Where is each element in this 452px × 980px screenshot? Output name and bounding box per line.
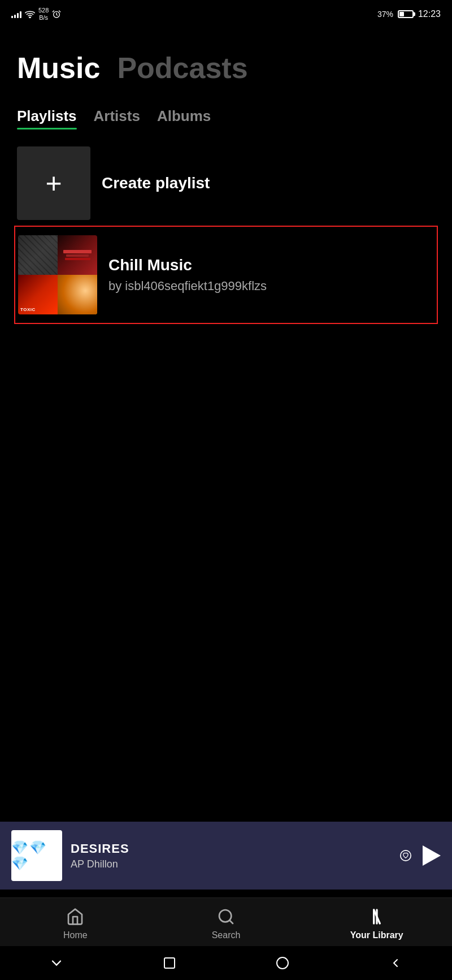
subtab-playlists[interactable]: Playlists: [17, 107, 77, 129]
playlist-name: Chill Music: [108, 256, 434, 274]
search-icon: [216, 906, 236, 927]
subtab-artists[interactable]: Artists: [94, 107, 140, 129]
bottom-nav: Home Search Your Library: [0, 897, 452, 946]
svg-point-2: [401, 851, 411, 861]
nav-search[interactable]: Search: [151, 906, 302, 940]
like-button[interactable]: [400, 850, 411, 861]
tab-podcasts[interactable]: Podcasts: [117, 51, 247, 85]
sys-back-button[interactable]: [379, 952, 412, 974]
playlist-item[interactable]: TOXIC Chill Music by isbl406seqfiekt1g99…: [14, 226, 438, 324]
album-art-gems: 💎💎💎: [11, 840, 62, 871]
thumb-bottom-left: TOXIC: [18, 275, 58, 314]
thumb-top-right: [58, 235, 97, 275]
create-playlist-label: Create playlist: [102, 174, 210, 192]
battery-percent: 37%: [377, 10, 393, 19]
heart-icon: [400, 850, 411, 861]
svg-rect-8: [164, 958, 175, 968]
playlist-thumbnail: TOXIC: [18, 235, 97, 314]
signal-icon: [11, 10, 21, 18]
playlist-info: Chill Music by isbl406seqfiekt1g999kflzs: [108, 256, 434, 293]
now-playing-title: DESIRES: [71, 841, 392, 856]
data-speed: 528 B/s: [38, 7, 49, 21]
play-triangle-icon: [423, 845, 441, 866]
home-icon: [65, 906, 85, 927]
system-nav: [0, 946, 452, 980]
nav-library-label: Your Library: [350, 930, 403, 940]
nav-home-label: Home: [63, 930, 88, 940]
sys-down-button[interactable]: [40, 952, 73, 974]
sys-circle-button[interactable]: [266, 952, 299, 974]
now-playing-controls: [400, 845, 441, 866]
now-playing-thumbnail: 💎💎💎: [11, 830, 62, 881]
thumb-bottom-right: [58, 275, 97, 314]
now-playing-bar[interactable]: 💎💎💎 DESIRES AP Dhillon: [0, 822, 452, 890]
now-playing-artist: AP Dhillon: [71, 858, 392, 870]
nav-search-label: Search: [212, 930, 241, 940]
clock: 12:23: [418, 9, 441, 19]
nav-home[interactable]: Home: [0, 906, 151, 940]
library-icon: [367, 906, 387, 927]
header-tabs: Music Podcasts: [17, 51, 435, 85]
alarm-icon: [52, 10, 61, 19]
tab-music[interactable]: Music: [17, 51, 100, 85]
svg-line-4: [229, 920, 233, 923]
svg-point-0: [29, 17, 31, 18]
play-button[interactable]: [423, 845, 441, 866]
main-content: Music Podcasts Playlists Artists Albums …: [0, 28, 452, 338]
status-left: 528 B/s: [11, 7, 61, 21]
sub-tabs: Playlists Artists Albums: [17, 107, 435, 129]
subtab-albums[interactable]: Albums: [157, 107, 211, 129]
wifi-icon: [25, 10, 35, 18]
playlist-author: by isbl406seqfiekt1g999kflzs: [108, 279, 434, 293]
nav-library[interactable]: Your Library: [301, 906, 452, 940]
plus-icon: +: [45, 169, 62, 197]
thumb-top-left: [18, 235, 58, 275]
status-bar: 528 B/s 37% 12:23: [0, 0, 452, 28]
sys-square-button[interactable]: [153, 952, 186, 974]
now-playing-info: DESIRES AP Dhillon: [71, 841, 392, 870]
status-right: 37% 12:23: [377, 9, 441, 19]
battery-icon: [398, 10, 414, 18]
svg-point-9: [277, 957, 288, 969]
create-playlist-icon: +: [17, 146, 90, 220]
create-playlist-item[interactable]: + Create playlist: [17, 146, 435, 220]
